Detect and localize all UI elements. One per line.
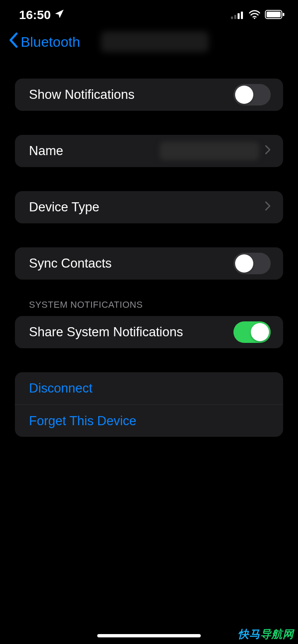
row-label: Share System Notifications xyxy=(29,325,183,340)
status-right xyxy=(231,8,285,22)
disconnect-button[interactable]: Disconnect xyxy=(15,372,283,405)
back-label: Bluetooth xyxy=(21,34,80,50)
section-header-system-notifications: SYSTEM NOTIFICATIONS xyxy=(15,280,283,316)
status-bar: 16:50 xyxy=(0,0,298,25)
wifi-icon xyxy=(248,8,261,22)
row-show-notifications[interactable]: Show Notifications xyxy=(15,79,283,111)
group-actions: Disconnect Forget This Device xyxy=(15,372,283,437)
svg-point-4 xyxy=(254,17,255,19)
row-sync-contacts[interactable]: Sync Contacts xyxy=(15,247,283,280)
chevron-right-icon xyxy=(265,144,271,158)
svg-rect-0 xyxy=(231,17,233,19)
row-label: Name xyxy=(29,144,63,158)
toggle-show-notifications[interactable] xyxy=(233,84,271,105)
row-share-system-notifications[interactable]: Share System Notifications xyxy=(15,316,283,348)
group-device-type: Device Type xyxy=(15,191,283,223)
name-value-redacted xyxy=(160,142,259,160)
home-indicator[interactable] xyxy=(97,634,201,637)
content: Show Notifications Name Device Type xyxy=(0,79,298,437)
svg-rect-2 xyxy=(238,13,240,19)
group-sync-contacts: Sync Contacts xyxy=(15,247,283,280)
forget-device-button[interactable]: Forget This Device xyxy=(15,405,283,437)
status-left: 16:50 xyxy=(19,8,65,22)
watermark: 快马导航网 xyxy=(238,627,294,642)
back-button[interactable]: Bluetooth xyxy=(8,32,80,51)
toggle-sync-contacts[interactable] xyxy=(233,253,271,274)
row-label: Forget This Device xyxy=(29,414,137,429)
group-show-notifications: Show Notifications xyxy=(15,79,283,111)
row-name[interactable]: Name xyxy=(15,135,283,167)
watermark-part2: 导航网 xyxy=(260,628,294,640)
cellular-signal-icon xyxy=(231,8,244,22)
status-time: 16:50 xyxy=(19,8,51,22)
watermark-part1: 快马 xyxy=(238,628,260,640)
toggle-share-system-notifications[interactable] xyxy=(233,321,271,343)
row-label: Device Type xyxy=(29,200,99,215)
row-label: Disconnect xyxy=(29,381,92,396)
battery-icon xyxy=(265,8,285,22)
row-label: Show Notifications xyxy=(29,87,135,102)
row-device-type[interactable]: Device Type xyxy=(15,191,283,223)
chevron-right-icon xyxy=(265,200,271,215)
svg-rect-3 xyxy=(241,12,243,19)
location-arrow-icon xyxy=(54,8,65,22)
svg-rect-7 xyxy=(283,13,284,16)
page-title-redacted xyxy=(101,31,209,52)
group-system-notifications: Share System Notifications xyxy=(15,316,283,348)
group-name: Name xyxy=(15,135,283,167)
nav-bar: Bluetooth xyxy=(0,25,298,62)
svg-rect-6 xyxy=(267,12,281,17)
row-label: Sync Contacts xyxy=(29,256,112,271)
svg-rect-1 xyxy=(234,15,236,19)
chevron-left-icon xyxy=(8,32,18,51)
